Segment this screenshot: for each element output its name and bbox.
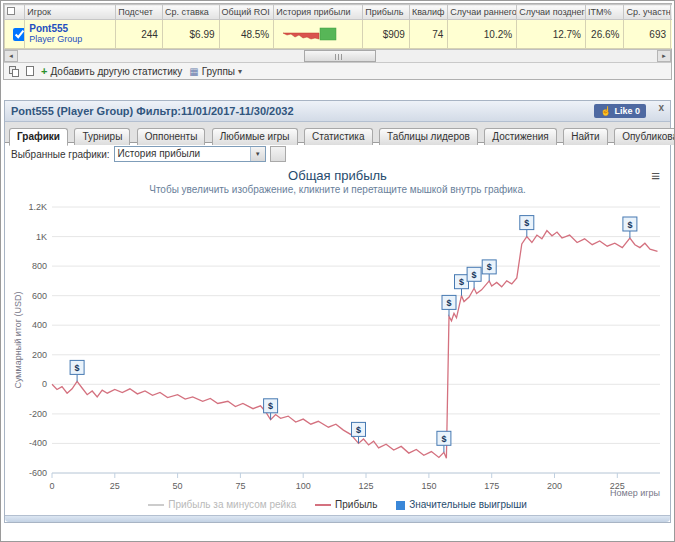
chart-area: Общая прибыль Чтобы увеличить изображени… bbox=[5, 165, 670, 522]
col-header-count[interactable]: Подсчет bbox=[116, 5, 163, 20]
groups-menu-button[interactable]: ▦ Группы ▾ bbox=[189, 66, 242, 77]
col-header-itm[interactable]: ITM% bbox=[586, 5, 624, 20]
svg-text:$: $ bbox=[487, 262, 492, 272]
avg-stake-cell: $6.99 bbox=[162, 20, 219, 49]
grey-line-icon bbox=[148, 504, 164, 506]
add-icon: + bbox=[41, 65, 47, 77]
legend-item-significant-wins[interactable]: Значительные выигрыши bbox=[396, 499, 527, 510]
svg-text:-200: -200 bbox=[29, 409, 47, 419]
graph-select-row: Выбранные графики: История прибыли ▼ bbox=[5, 143, 670, 165]
graph-select-label: Выбранные графики: bbox=[11, 149, 110, 160]
table-clip: Игрок Подсчет Ср. ставка Общий ROI Истор… bbox=[4, 4, 672, 49]
tab-achievements[interactable]: Достижения bbox=[484, 128, 556, 145]
tab-opponents[interactable]: Оппоненты bbox=[137, 128, 206, 145]
svg-text:$: $ bbox=[441, 434, 446, 444]
legend-label: Прибыль за минусом рейка bbox=[168, 499, 296, 510]
svg-text:1K: 1K bbox=[36, 232, 47, 242]
close-icon[interactable]: x bbox=[656, 102, 666, 113]
profit-cell: $909 bbox=[363, 20, 410, 49]
svg-text:175: 175 bbox=[484, 481, 499, 491]
svg-text:$: $ bbox=[472, 270, 477, 280]
svg-text:$: $ bbox=[356, 425, 361, 435]
col-header-roi[interactable]: Общий ROI bbox=[219, 5, 274, 20]
facebook-like-button[interactable]: ☝Like 0 bbox=[594, 104, 646, 118]
svg-text:$: $ bbox=[75, 363, 80, 373]
chart-legend: Прибыль за минусом рейка Прибыль Значите… bbox=[5, 499, 670, 515]
tab-find[interactable]: Найти bbox=[563, 128, 608, 145]
chart-menu-icon[interactable]: ≡ bbox=[651, 169, 660, 183]
col-header-early[interactable]: Случаи раннего bbox=[448, 5, 517, 20]
tab-statistics[interactable]: Статистика bbox=[304, 128, 373, 145]
svg-text:200: 200 bbox=[32, 350, 47, 360]
profit-history-cell[interactable] bbox=[274, 20, 363, 49]
copy-icon[interactable] bbox=[9, 66, 19, 77]
add-statistic-label: Добавить другую статистику bbox=[50, 66, 182, 77]
avg-entrants-cell: 693 bbox=[624, 20, 671, 49]
profit-history-sparkline bbox=[279, 25, 357, 43]
country-cell: x bbox=[671, 20, 672, 49]
panel-bottom-bar bbox=[5, 515, 670, 522]
player-name-link[interactable]: Pont555 bbox=[29, 23, 111, 34]
player-group-link[interactable]: Player Group bbox=[29, 34, 111, 45]
player-stats-table: Игрок Подсчет Ср. ставка Общий ROI Истор… bbox=[4, 4, 672, 49]
player-table-row[interactable]: Pont555 Player Group 244 $6.99 48.5% $90… bbox=[5, 20, 673, 49]
select-arrow-icon[interactable]: ▼ bbox=[250, 147, 265, 161]
tab-leaderboards[interactable]: Таблицы лидеров bbox=[379, 128, 478, 145]
late-occurrences-cell: 12.7% bbox=[517, 20, 586, 49]
roi-cell: 48.5% bbox=[219, 20, 274, 49]
svg-text:0: 0 bbox=[42, 379, 47, 389]
col-header-profit-history[interactable]: История прибыли bbox=[274, 5, 363, 20]
col-header-country[interactable]: Стран bbox=[671, 5, 672, 20]
svg-text:400: 400 bbox=[32, 320, 47, 330]
tab-tournaments[interactable]: Турниры bbox=[74, 128, 130, 145]
early-occurrences-cell: 10.2% bbox=[448, 20, 517, 49]
svg-text:$: $ bbox=[459, 277, 464, 287]
pink-line-icon bbox=[315, 504, 331, 506]
tab-publish[interactable]: Опубликовать bbox=[614, 128, 675, 145]
svg-text:0: 0 bbox=[49, 481, 54, 491]
legend-label: Прибыль bbox=[335, 499, 377, 510]
legend-item-profit[interactable]: Прибыль bbox=[315, 499, 377, 510]
scroll-right-arrow-icon[interactable]: ► bbox=[657, 50, 671, 62]
col-header-qualified[interactable]: Квалиф bbox=[409, 5, 447, 20]
col-header-profit[interactable]: Прибыль bbox=[363, 5, 410, 20]
col-header-avg-entrants[interactable]: Ср. участник bbox=[624, 5, 671, 20]
thumb-up-icon: ☝ bbox=[600, 106, 611, 116]
tab-graphs[interactable]: Графики bbox=[9, 128, 68, 146]
svg-text:800: 800 bbox=[32, 261, 47, 271]
svg-text:$: $ bbox=[268, 401, 273, 411]
horizontal-scrollbar[interactable]: ◄ ► bbox=[4, 49, 671, 62]
panel-tabs: Графики Турниры Оппоненты Любимые игры С… bbox=[5, 122, 670, 143]
player-detail-panel: Pont555 (Player Group) Фильтр:11/01/2017… bbox=[4, 100, 671, 523]
blue-square-icon bbox=[396, 501, 405, 510]
col-header-avg-stake[interactable]: Ср. ставка bbox=[162, 5, 219, 20]
tab-favorite-games[interactable]: Любимые игры bbox=[212, 128, 298, 145]
scrollbar-thumb[interactable] bbox=[304, 50, 376, 62]
svg-text:25: 25 bbox=[110, 481, 120, 491]
graph-select[interactable]: История прибыли ▼ bbox=[114, 146, 266, 162]
table-toolbar: + Добавить другую статистику ▦ Группы ▾ bbox=[4, 62, 671, 79]
add-statistic-button[interactable]: + Добавить другую статистику bbox=[41, 65, 182, 77]
col-header-late[interactable]: Случаи позднего bbox=[517, 5, 586, 20]
page-icon[interactable] bbox=[26, 66, 34, 76]
select-addon-button[interactable] bbox=[270, 146, 286, 162]
svg-text:Суммарный итог (USD): Суммарный итог (USD) bbox=[13, 291, 23, 388]
scroll-left-arrow-icon[interactable]: ◄ bbox=[4, 50, 18, 62]
svg-text:150: 150 bbox=[421, 481, 436, 491]
row-checkbox[interactable] bbox=[13, 28, 25, 41]
svg-text:-400: -400 bbox=[29, 438, 47, 448]
select-all-checkbox-icon[interactable] bbox=[7, 7, 15, 15]
panel-header: Pont555 (Player Group) Фильтр:11/01/2017… bbox=[5, 101, 670, 122]
col-header-player[interactable]: Игрок bbox=[25, 5, 116, 20]
groups-label: Группы bbox=[202, 66, 235, 77]
legend-label: Значительные выигрыши bbox=[409, 499, 527, 510]
svg-text:1.2K: 1.2K bbox=[28, 202, 47, 212]
scrollbar-grip bbox=[338, 54, 339, 60]
legend-item-profit-minus-rake[interactable]: Прибыль за минусом рейка bbox=[148, 499, 296, 510]
select-all-header[interactable] bbox=[5, 5, 25, 20]
like-label: Like 0 bbox=[614, 106, 640, 116]
profit-chart[interactable]: -600-400-20002004006008001K1.2K025507510… bbox=[10, 197, 672, 499]
svg-text:$: $ bbox=[446, 298, 451, 308]
svg-text:600: 600 bbox=[32, 291, 47, 301]
svg-text:Номер игры: Номер игры bbox=[610, 488, 660, 498]
